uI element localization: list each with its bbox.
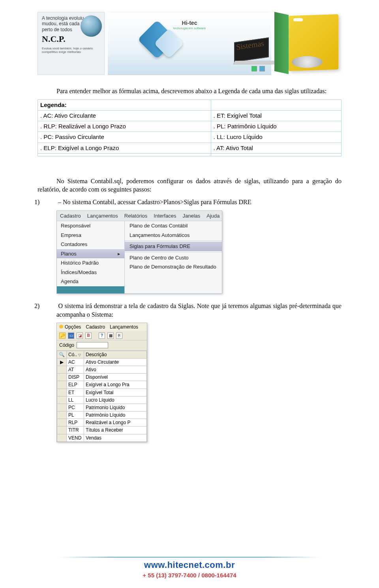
menu-item[interactable]: Opções: [65, 324, 81, 330]
calculator-icon[interactable]: ▦: [107, 333, 114, 339]
cell-cod[interactable]: RLP: [67, 419, 84, 426]
card-icon[interactable]: ▭: [68, 333, 74, 339]
siglas-window: Opções Cadastro Lançamentos 🔑 ▭ ◪ B ? ▦ …: [56, 323, 147, 442]
step-1: 1) – No sistema Contabil, acessar Cadast…: [56, 198, 341, 207]
globe-icon: [81, 15, 102, 37]
submenu-item-selected[interactable]: Siglas para Fórmulas DRE: [125, 242, 222, 251]
legenda-table: Legenda: . AC: Ativo Circulante. ET: Exi…: [38, 100, 341, 156]
menu-item[interactable]: Janelas: [182, 212, 200, 220]
dropdown-item[interactable]: Empresa: [57, 231, 124, 240]
cell-desc[interactable]: Lucro Líquido: [84, 396, 147, 404]
search-header[interactable]: 🔍: [57, 351, 67, 358]
table-row: TITRTítulos a Receber: [57, 426, 147, 434]
dropdown-item[interactable]: Responsável: [57, 221, 124, 231]
dropdown-item[interactable]: Agenda: [57, 277, 124, 286]
cell-desc[interactable]: Ativo Circulante: [84, 358, 147, 366]
flag-icon[interactable]: ◪: [77, 333, 83, 339]
table-row: DISPDisponível: [57, 374, 147, 381]
header-banner: A tecnologia evoluiu e mudou, está cada …: [38, 12, 341, 75]
table-row: ▶ACAtivo Circulante: [57, 358, 147, 366]
key-icon[interactable]: 🔑: [59, 333, 66, 339]
legenda-cell: . AC: Ativo Circulante: [38, 110, 211, 121]
table-row: ATAtivo: [57, 366, 147, 373]
menu-item[interactable]: Relatórios: [124, 212, 148, 220]
cell-cod[interactable]: TITR: [67, 426, 84, 434]
footer-phone: + 55 (13) 3797-7400 / 0800-164474: [0, 572, 379, 579]
cell-desc[interactable]: Vendas: [84, 434, 147, 441]
menu-item[interactable]: Cadastro: [60, 212, 81, 220]
cell-cod[interactable]: VEND: [67, 434, 84, 441]
legenda-cell: . ELP: Exigível a Longo Prazo: [38, 143, 211, 153]
codigo-input[interactable]: [77, 342, 108, 348]
table-row: LLLucro Líquido: [57, 396, 147, 404]
dropdown-item[interactable]: Contadores: [57, 240, 124, 249]
col-descricao[interactable]: Descrição: [84, 351, 147, 358]
cell-desc[interactable]: Patrimônio Líquido: [84, 411, 147, 419]
cell-cod[interactable]: AC: [67, 358, 84, 366]
submenu-item[interactable]: Plano de Demonstração de Resultado: [125, 262, 222, 272]
chevron-right-icon: ▸: [118, 250, 120, 257]
menu-item[interactable]: Interfaces: [154, 212, 176, 220]
table-row: PCPatrimonio Liquido: [57, 404, 147, 411]
cell-cod[interactable]: AT: [67, 366, 84, 373]
search-icon: 🔍: [59, 352, 65, 357]
cell-desc[interactable]: Títulos a Receber: [84, 426, 147, 434]
menu-item[interactable]: Lançamentos: [110, 324, 138, 330]
cell-desc[interactable]: Ativo: [84, 366, 147, 373]
step-text: – No sistema Contabil, acessar Cadastro>…: [58, 199, 251, 205]
cell-desc[interactable]: Disponível: [84, 374, 147, 381]
toolbar: 🔑 ▭ ◪ B ? ▦ ⎘: [57, 331, 147, 340]
exit-icon[interactable]: ⎘: [116, 333, 122, 339]
boa-icon[interactable]: B: [85, 333, 92, 339]
legenda-cell: . RLP: Realizável a Longo Prazo: [38, 121, 211, 132]
legenda-cell: . ET: Exigível Total: [211, 110, 341, 121]
step-number: 1): [45, 198, 56, 207]
square-icon: [251, 66, 257, 71]
legenda-cell: . PL: Patrimônio Líquido: [211, 121, 341, 132]
app-icon: [59, 325, 63, 329]
cell-cod[interactable]: PC: [67, 404, 84, 411]
help-icon[interactable]: ?: [99, 333, 105, 339]
table-row: ETExigível Total: [57, 389, 147, 396]
window-menubar: Opções Cadastro Lançamentos: [57, 323, 147, 331]
menu-item[interactable]: Ajuda: [206, 212, 220, 220]
dropdown-item-selected[interactable]: Planos▸: [57, 249, 124, 259]
sort-desc-icon: ▽: [78, 353, 81, 357]
dropdown-item[interactable]: Histórico Padrão: [57, 258, 124, 268]
cell-cod[interactable]: ET: [67, 389, 84, 396]
ncp-card: A tecnologia evoluiu e mudou, está cada …: [38, 12, 105, 75]
step-text: O sistema irá demonstrar a tela de cadas…: [56, 302, 341, 318]
submenu: Plano de Contas Contábil Lançamentos Aut…: [125, 221, 222, 293]
cell-cod[interactable]: LL: [67, 396, 84, 404]
col-codigo[interactable]: Có.. ▽: [67, 351, 84, 358]
submenu-item[interactable]: Plano de Centro de Custo: [125, 253, 222, 263]
cell-desc[interactable]: Realizável a Longo P: [84, 419, 147, 426]
product-box-icon: [274, 12, 341, 75]
footer-url: www.hitecnet.com.br: [0, 560, 379, 570]
cell-desc[interactable]: Exigível a Longo Pra: [84, 381, 147, 389]
legenda-cell: . AT: Ativo Total: [211, 143, 341, 153]
menu-item[interactable]: Cadastro: [86, 324, 105, 330]
cell-desc[interactable]: Exigível Total: [84, 389, 147, 396]
table-row: PLPatrimônio Líquido: [57, 411, 147, 419]
submenu-item[interactable]: Plano de Contas Contábil: [125, 221, 222, 231]
submenu-item[interactable]: Lançamentos Automáticos: [125, 231, 222, 240]
cell-cod[interactable]: ELP: [67, 381, 84, 389]
codigo-label: Código: [59, 342, 74, 348]
intro-paragraph: Para entender melhor as fórmulas acima, …: [38, 87, 341, 96]
legenda-cell: . LL: Lucro Líquido: [211, 132, 341, 143]
row-marker[interactable]: ▶: [57, 358, 67, 366]
table-row: RLPRealizável a Longo P: [57, 419, 147, 426]
hitec-brand: Hi-tec: [182, 20, 197, 26]
page-footer: www.hitecnet.com.br + 55 (13) 3797-7400 …: [0, 557, 379, 579]
cell-cod[interactable]: PL: [67, 411, 84, 419]
cell-cod[interactable]: DISP: [67, 374, 84, 381]
banner-center: Hi-tec tecnologia em software Sistemas: [108, 12, 271, 75]
menu-item[interactable]: Lançamentos: [87, 212, 118, 220]
legenda-title: Legenda:: [38, 100, 211, 110]
dropdown-item[interactable]: Índices/Moedas: [57, 268, 124, 277]
cell-desc[interactable]: Patrimonio Liquido: [84, 404, 147, 411]
divider: [59, 557, 320, 558]
menu-screenshot: Cadastro Lançamentos Relatórios Interfac…: [56, 210, 222, 294]
para2: No Sistema Contabil.sql, poderemos confi…: [38, 177, 341, 194]
